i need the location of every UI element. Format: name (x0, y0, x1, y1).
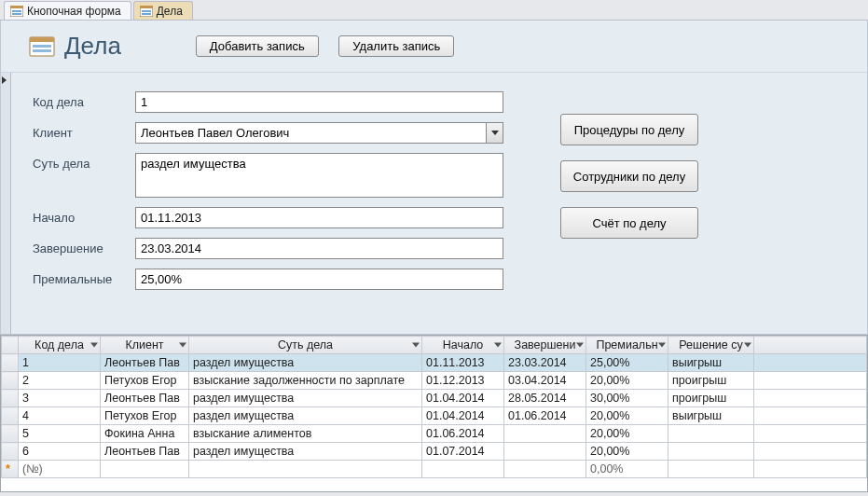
table-row[interactable]: 3Леонтьев Павраздел имущества01.04.20142… (2, 390, 867, 407)
col-resh[interactable]: Решение су (668, 337, 754, 354)
cell-client[interactable]: Фокина Анна (101, 425, 189, 443)
cell-start[interactable]: 01.04.2014 (422, 390, 504, 407)
cell-sut[interactable]: раздел имущества (189, 407, 422, 425)
procedures-button[interactable]: Процедуры по делу (560, 114, 698, 145)
cell-prem[interactable]: 20,00% (586, 372, 668, 390)
cell-sut[interactable]: взыскание алиментов (189, 425, 422, 443)
row-selector[interactable]: * (2, 461, 19, 478)
chevron-down-icon[interactable] (658, 343, 666, 348)
col-end[interactable]: Завершени (504, 337, 586, 354)
cell-client[interactable] (101, 461, 189, 478)
cell-resh[interactable] (668, 443, 754, 461)
chevron-down-icon[interactable] (486, 123, 503, 143)
col-start[interactable]: Начало (422, 337, 504, 354)
cell-resh[interactable] (668, 461, 754, 478)
cell-resh[interactable]: проигрыш (668, 372, 754, 390)
row-selector[interactable] (2, 354, 19, 372)
cell-kod[interactable]: 4 (19, 407, 101, 425)
cell-end[interactable] (504, 461, 586, 478)
employees-button[interactable]: Сотрудники по делу (560, 160, 698, 192)
cell-sut[interactable]: раздел имущества (189, 390, 422, 407)
cell-extra[interactable] (754, 390, 867, 407)
cell-start[interactable]: 01.06.2014 (422, 425, 504, 443)
sut-input[interactable] (135, 153, 503, 198)
table-row[interactable]: 6Леонтьев Павраздел имущества01.07.20142… (2, 443, 867, 461)
cell-client[interactable]: Петухов Егор (101, 407, 189, 425)
bill-button[interactable]: Счёт по делу (560, 207, 698, 239)
cell-kod[interactable]: 1 (19, 354, 101, 372)
record-selector-icon[interactable] (2, 76, 7, 84)
cell-start[interactable] (422, 461, 504, 478)
cell-prem[interactable]: 20,00% (586, 443, 668, 461)
chevron-down-icon[interactable] (744, 343, 751, 348)
table-row[interactable]: 1Леонтьев Павраздел имущества01.11.20132… (2, 354, 867, 372)
cell-extra[interactable] (754, 425, 867, 443)
col-prem[interactable]: Премиальн (586, 337, 668, 354)
chevron-down-icon[interactable] (494, 343, 502, 348)
cell-resh[interactable]: выигрыш (668, 407, 754, 425)
chevron-down-icon[interactable] (412, 343, 420, 348)
cell-start[interactable]: 01.07.2014 (422, 443, 504, 461)
cell-start[interactable]: 01.04.2014 (422, 407, 504, 425)
cell-prem[interactable]: 25,00% (586, 354, 668, 372)
chevron-down-icon[interactable] (576, 343, 584, 348)
row-selector[interactable] (2, 425, 19, 443)
cell-end[interactable]: 01.06.2014 (504, 407, 586, 425)
cell-kod[interactable]: 5 (19, 425, 101, 443)
grid-table[interactable]: Код дела Клиент Суть дела Начало Заверше… (1, 336, 867, 478)
new-row[interactable]: *(№)0,00% (2, 461, 867, 478)
row-selector[interactable] (2, 390, 19, 407)
cell-end[interactable]: 03.04.2014 (504, 372, 586, 390)
cell-kod[interactable]: 6 (19, 443, 101, 461)
cell-kod[interactable]: 2 (19, 372, 101, 390)
chevron-down-icon[interactable] (179, 343, 186, 348)
start-input[interactable] (135, 207, 503, 228)
cell-end[interactable]: 23.03.2014 (504, 354, 586, 372)
cell-start[interactable]: 01.12.2013 (422, 372, 504, 390)
cell-resh[interactable] (668, 425, 754, 443)
cell-resh[interactable]: выигрыш (668, 354, 754, 372)
col-client[interactable]: Клиент (101, 337, 189, 354)
col-kod[interactable]: Код дела (19, 337, 101, 354)
cell-resh[interactable]: проигрыш (668, 390, 754, 407)
tab-dela[interactable]: Дела (133, 1, 193, 20)
cell-extra[interactable] (754, 407, 867, 425)
cell-kod[interactable]: 3 (19, 390, 101, 407)
cell-extra[interactable] (754, 354, 867, 372)
cell-sut[interactable]: раздел имущества (189, 443, 422, 461)
kod-input[interactable] (135, 91, 503, 113)
cell-prem[interactable]: 30,00% (586, 390, 668, 407)
prem-input[interactable] (135, 269, 503, 290)
cell-client[interactable]: Леонтьев Пав (101, 354, 189, 372)
cell-prem[interactable]: 20,00% (586, 407, 668, 425)
client-combo[interactable] (135, 122, 503, 144)
cell-end[interactable] (504, 443, 586, 461)
cell-client[interactable]: Петухов Егор (101, 372, 189, 390)
cell-end[interactable]: 28.05.2014 (504, 390, 586, 407)
cell-sut[interactable]: взыскание задолженности по зарплате (189, 372, 422, 390)
delete-record-button[interactable]: Удалить запись (338, 35, 454, 57)
table-row[interactable]: 5Фокина Аннавзыскание алиментов01.06.201… (2, 425, 867, 443)
table-row[interactable]: 4Петухов Егорраздел имущества01.04.20140… (2, 407, 867, 425)
cell-client[interactable]: Леонтьев Пав (101, 390, 189, 407)
row-selector[interactable] (2, 443, 19, 461)
cell-prem[interactable]: 0,00% (586, 461, 668, 478)
tab-knopochnaya[interactable]: Кнопочная форма (4, 1, 131, 20)
col-sut[interactable]: Суть дела (189, 337, 422, 354)
table-row[interactable]: 2Петухов Егорвзыскание задолженности по … (2, 372, 867, 390)
row-selector[interactable] (2, 407, 19, 425)
cell-prem[interactable]: 20,00% (586, 425, 668, 443)
cell-extra[interactable] (754, 372, 867, 390)
cell-start[interactable]: 01.11.2013 (422, 354, 504, 372)
cell-extra[interactable] (754, 443, 867, 461)
cell-end[interactable] (504, 425, 586, 443)
cell-extra[interactable] (754, 461, 867, 478)
add-record-button[interactable]: Добавить запись (196, 35, 319, 57)
row-selector[interactable] (2, 372, 19, 390)
col-extra[interactable] (754, 337, 867, 354)
chevron-down-icon[interactable] (90, 343, 98, 348)
end-input[interactable] (135, 238, 503, 259)
cell-sut[interactable]: раздел имущества (189, 354, 422, 372)
cell-sut[interactable] (189, 461, 422, 478)
row-selector-header[interactable] (2, 337, 19, 354)
